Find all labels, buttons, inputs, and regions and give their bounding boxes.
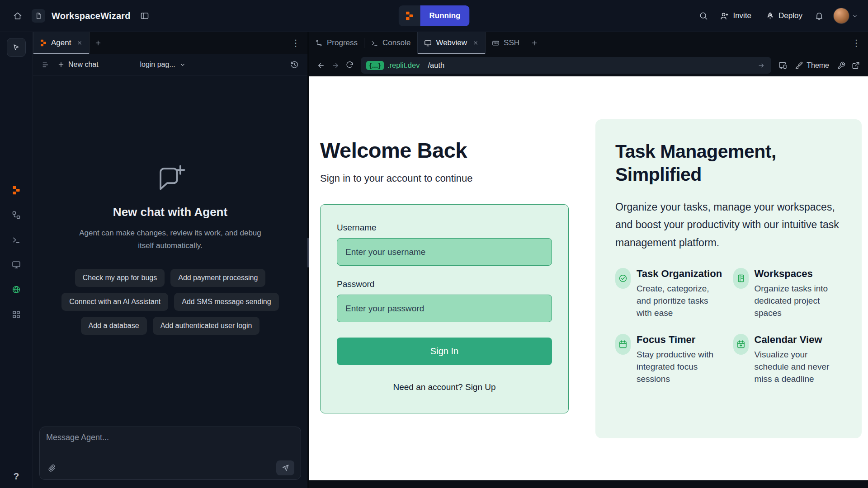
rail-deployment-button[interactable] bbox=[10, 283, 23, 296]
main-tab-overflow-button[interactable]: ⋮ bbox=[847, 36, 865, 50]
empty-state-title: New chat with Agent bbox=[113, 205, 227, 219]
new-chat-button[interactable]: New chat bbox=[57, 61, 99, 69]
rail-workflows-button[interactable] bbox=[10, 209, 23, 221]
feature-grid: Task Organization Create, categorize, an… bbox=[615, 268, 842, 385]
nav-forward-button[interactable] bbox=[329, 59, 342, 72]
feature-description: Stay productive with integrated focus se… bbox=[637, 349, 724, 385]
password-field[interactable] bbox=[337, 295, 552, 322]
feature-workspaces: Workspaces Organize tasks into dedicated… bbox=[733, 268, 842, 319]
feature-focus-timer: Focus Timer Stay productive with integra… bbox=[615, 334, 724, 385]
invite-label: Invite bbox=[733, 11, 751, 20]
app-title: WorkspaceWizard bbox=[52, 11, 131, 21]
host-badge: {…} bbox=[366, 61, 384, 70]
bell-icon bbox=[815, 11, 824, 20]
tab-agent-close-button[interactable] bbox=[76, 40, 83, 46]
check-circle-icon bbox=[615, 268, 631, 289]
run-control: Running bbox=[399, 5, 470, 26]
url-input[interactable]: {…} .replit.dev /auth bbox=[361, 57, 771, 74]
external-link-icon bbox=[852, 61, 860, 70]
list-icon bbox=[42, 61, 50, 69]
signup-prefix: Need an account? bbox=[393, 382, 462, 392]
search-button[interactable] bbox=[696, 8, 711, 23]
rail-agent-button[interactable] bbox=[10, 184, 23, 197]
url-go-button[interactable] bbox=[757, 61, 766, 70]
replit-logo-icon bbox=[405, 11, 414, 21]
suggestion-chip[interactable]: Add authenticated user login bbox=[153, 317, 260, 335]
account-menu-button[interactable] bbox=[833, 8, 858, 24]
deploy-rocket-icon bbox=[766, 12, 774, 20]
deploy-label: Deploy bbox=[778, 11, 802, 20]
suggestion-chip[interactable]: Add a database bbox=[81, 317, 147, 335]
plus-icon bbox=[94, 39, 102, 47]
deploy-button[interactable]: Deploy bbox=[760, 7, 808, 24]
tab-console[interactable]: Console bbox=[364, 32, 417, 54]
sign-up-link[interactable]: Sign Up bbox=[465, 382, 496, 392]
invite-person-plus-icon bbox=[720, 12, 729, 20]
nav-back-button[interactable] bbox=[314, 59, 328, 72]
nav-refresh-button[interactable] bbox=[343, 59, 356, 72]
invite-button[interactable]: Invite bbox=[715, 7, 757, 24]
agent-tab-overflow-button[interactable]: ⋮ bbox=[287, 36, 305, 50]
rail-webview-button[interactable] bbox=[10, 258, 23, 271]
chat-plus-icon bbox=[155, 163, 186, 194]
message-agent-input[interactable] bbox=[46, 433, 294, 460]
attach-file-button[interactable] bbox=[46, 462, 58, 474]
tab-webview-label: Webview bbox=[436, 38, 467, 47]
message-composer bbox=[39, 427, 301, 480]
devices-icon bbox=[778, 61, 787, 70]
select-tool-button[interactable] bbox=[7, 38, 26, 57]
composer-actions bbox=[46, 460, 294, 475]
page-subtitle: Sign in to your account to continue bbox=[320, 173, 569, 184]
tab-progress[interactable]: Progress bbox=[309, 32, 364, 54]
help-button[interactable]: ? bbox=[14, 471, 19, 482]
rail-tool-group bbox=[10, 184, 23, 321]
tab-webview-close-button[interactable] bbox=[472, 40, 479, 46]
open-in-new-tab-button[interactable] bbox=[849, 59, 863, 72]
promo-description: Organize your tasks, manage your workspa… bbox=[615, 198, 842, 252]
run-logo-button[interactable] bbox=[399, 5, 420, 26]
theme-label: Theme bbox=[807, 61, 829, 70]
feature-title: Focus Timer bbox=[637, 334, 724, 346]
wrench-icon bbox=[837, 61, 845, 70]
main-strip-end: ⋮ bbox=[847, 32, 868, 54]
main-panel: Progress Console Webview SSH bbox=[309, 32, 868, 488]
rail-shell-button[interactable] bbox=[10, 234, 23, 246]
suggestion-chip[interactable]: Add payment processing bbox=[170, 269, 265, 287]
suggestion-chip[interactable]: Add SMS message sending bbox=[174, 293, 278, 311]
top-bar-right: Invite Deploy bbox=[696, 7, 858, 24]
username-field[interactable] bbox=[337, 238, 552, 266]
notifications-button[interactable] bbox=[811, 8, 827, 23]
monitor-icon bbox=[424, 39, 432, 47]
apps-grid-icon bbox=[12, 310, 21, 319]
chevron-down-icon bbox=[179, 61, 186, 68]
plus-icon bbox=[531, 39, 538, 47]
chevron-down-icon bbox=[852, 13, 858, 19]
paperclip-icon bbox=[48, 464, 56, 472]
home-button[interactable] bbox=[10, 8, 25, 23]
suggestion-chip[interactable]: Connect with an AI Assistant bbox=[61, 293, 168, 311]
sign-in-button[interactable]: Sign In bbox=[337, 338, 552, 365]
tab-ssh[interactable]: SSH bbox=[486, 32, 526, 54]
chat-session-select[interactable]: login pag... bbox=[140, 61, 185, 69]
notebook-icon bbox=[733, 268, 749, 289]
url-host: .replit.dev bbox=[387, 61, 420, 70]
responsive-devices-button[interactable] bbox=[776, 58, 790, 72]
main-new-tab-button[interactable] bbox=[526, 32, 543, 54]
agent-new-tab-button[interactable] bbox=[90, 32, 107, 54]
layout-toggle-button[interactable] bbox=[137, 8, 152, 23]
tab-console-label: Console bbox=[382, 38, 410, 47]
agent-empty-state: New chat with Agent Agent can make chang… bbox=[33, 75, 307, 422]
suggestion-chip[interactable]: Check my app for bugs bbox=[75, 269, 165, 287]
tab-agent[interactable]: Agent bbox=[33, 32, 90, 54]
devtools-button[interactable] bbox=[835, 59, 848, 72]
send-message-button[interactable] bbox=[276, 460, 294, 475]
tab-webview[interactable]: Webview bbox=[417, 32, 486, 54]
project-file-icon bbox=[32, 9, 45, 23]
agent-strip-end: ⋮ bbox=[287, 32, 307, 54]
globe-icon bbox=[12, 285, 21, 294]
chat-history-button[interactable] bbox=[288, 59, 301, 71]
theme-button[interactable]: Theme bbox=[791, 59, 834, 72]
running-status-button[interactable]: Running bbox=[420, 5, 470, 26]
chat-list-button[interactable] bbox=[40, 59, 52, 71]
rail-apps-button[interactable] bbox=[10, 308, 23, 321]
